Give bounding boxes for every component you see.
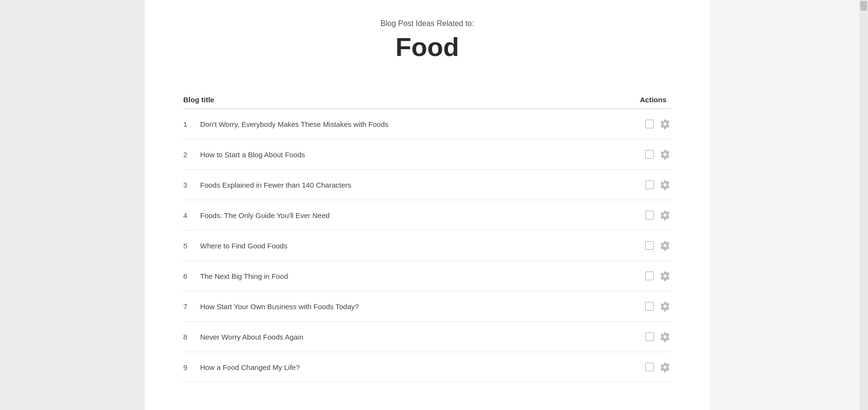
column-header-actions: Actions [640, 96, 671, 104]
scrollbar[interactable] [859, 0, 868, 410]
row-actions [645, 209, 671, 221]
page-title: Food [183, 32, 671, 62]
main-content: Blog Post Ideas Related to: Food Blog ti… [145, 0, 710, 410]
table-header: Blog title Actions [183, 91, 671, 109]
gear-icon[interactable] [659, 330, 671, 343]
table-row: 7How Start Your Own Business with Foods … [183, 291, 671, 322]
gear-icon[interactable] [659, 361, 671, 373]
row-title: Where to Find Good Foods [200, 242, 645, 250]
table-row: 6The Next Big Thing in Food [183, 261, 671, 291]
column-header-blog-title: Blog title [183, 96, 214, 104]
row-checkbox[interactable] [645, 180, 654, 189]
row-actions [645, 178, 671, 191]
table-rows-container: 1Don't Worry, Everybody Makes These Mist… [183, 109, 671, 383]
gear-icon[interactable] [659, 239, 671, 252]
row-actions [645, 118, 671, 130]
row-checkbox[interactable] [645, 150, 654, 159]
row-title: How to Start a Blog About Foods [200, 150, 645, 159]
table-row: 9How a Food Changed My Life? [183, 352, 671, 383]
row-actions [645, 270, 671, 282]
table-row: 2How to Start a Blog About Foods [183, 139, 671, 170]
row-number: 2 [183, 150, 200, 159]
scrollbar-thumb[interactable] [860, 1, 867, 11]
row-actions [645, 300, 671, 313]
row-number: 9 [183, 363, 200, 371]
row-number: 8 [183, 333, 200, 341]
gear-icon[interactable] [659, 300, 671, 313]
table-row: 4Foods: The Only Guide You'll Ever Need [183, 200, 671, 231]
blog-ideas-table: Blog title Actions 1Don't Worry, Everybo… [183, 91, 671, 383]
row-title: How Start Your Own Business with Foods T… [200, 302, 645, 311]
row-title: Foods Explained in Fewer than 140 Charac… [200, 181, 645, 189]
right-sidebar [710, 0, 859, 410]
row-checkbox[interactable] [645, 120, 654, 128]
row-number: 6 [183, 272, 200, 280]
row-title: Foods: The Only Guide You'll Ever Need [200, 211, 645, 219]
row-actions [645, 239, 671, 252]
row-number: 1 [183, 120, 200, 128]
row-actions [645, 361, 671, 373]
row-number: 4 [183, 211, 200, 219]
table-row: 5Where to Find Good Foods [183, 231, 671, 261]
gear-icon[interactable] [659, 118, 671, 130]
page-subtitle: Blog Post Ideas Related to: [183, 19, 671, 28]
row-checkbox[interactable] [645, 363, 654, 371]
row-title: The Next Big Thing in Food [200, 272, 645, 280]
row-checkbox[interactable] [645, 332, 654, 341]
row-checkbox[interactable] [645, 241, 654, 250]
row-title: Never Worry About Foods Again [200, 333, 645, 341]
left-sidebar [0, 0, 145, 410]
row-title: How a Food Changed My Life? [200, 363, 645, 371]
table-row: 8Never Worry About Foods Again [183, 322, 671, 352]
row-actions [645, 330, 671, 343]
row-number: 5 [183, 242, 200, 250]
gear-icon[interactable] [659, 209, 671, 221]
table-row: 3Foods Explained in Fewer than 140 Chara… [183, 170, 671, 200]
row-title: Don't Worry, Everybody Makes These Mista… [200, 120, 645, 128]
row-number: 7 [183, 302, 200, 311]
gear-icon[interactable] [659, 270, 671, 282]
row-actions [645, 148, 671, 161]
row-checkbox[interactable] [645, 211, 654, 219]
row-number: 3 [183, 181, 200, 189]
gear-icon[interactable] [659, 178, 671, 191]
table-row: 1Don't Worry, Everybody Makes These Mist… [183, 109, 671, 139]
row-checkbox[interactable] [645, 302, 654, 311]
gear-icon[interactable] [659, 148, 671, 161]
row-checkbox[interactable] [645, 272, 654, 280]
